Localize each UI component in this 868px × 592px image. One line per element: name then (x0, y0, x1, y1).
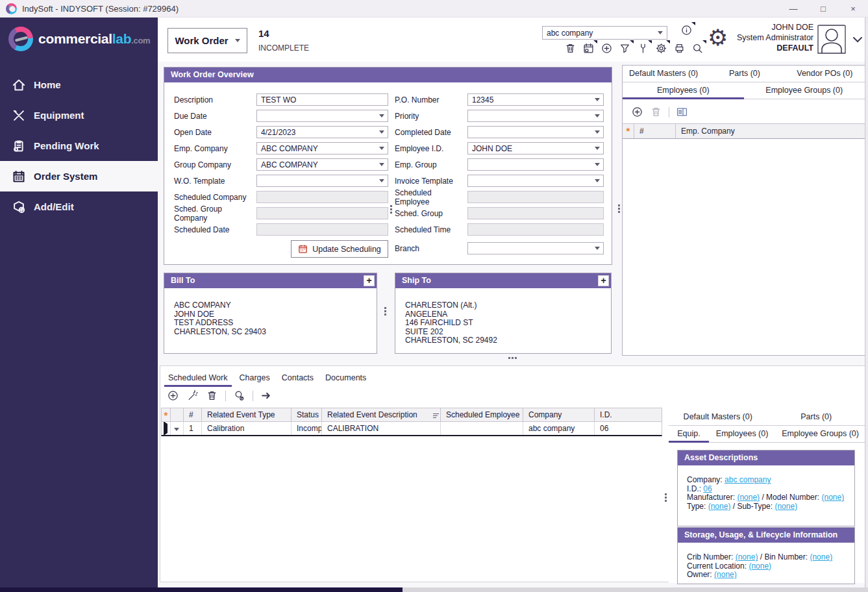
sidebar-item-pending-work[interactable]: Pending Work (0, 130, 158, 161)
field-label-priority: Priority (395, 112, 467, 121)
description-input[interactable]: TEST WO (256, 93, 388, 106)
column-header-scheduled-employee[interactable]: Scheduled Employee (441, 408, 523, 421)
sidebar-item-order-system[interactable]: Order System (0, 161, 158, 191)
sidebar-item-label: Add/Edit (34, 201, 74, 212)
branch-combo[interactable] (467, 242, 604, 254)
update-scheduling-button[interactable]: Update Scheduling (291, 240, 388, 258)
tab-parts[interactable]: Parts (0) (767, 409, 866, 425)
dropdown-arrow-icon (595, 130, 600, 134)
crib-number-link[interactable]: (none) (736, 552, 758, 561)
field-label-wo-template: W.O. Template (174, 177, 256, 186)
tab-default-masters[interactable]: Default Masters (0) (623, 66, 704, 82)
model-number-link[interactable]: (none) (821, 493, 844, 502)
calendar-icon[interactable] (582, 42, 595, 55)
tab-documents[interactable]: Documents (321, 370, 370, 386)
field-label-completed-date: Completed Date (395, 128, 467, 137)
row-expander[interactable] (171, 422, 184, 435)
info-icon[interactable] (680, 24, 693, 36)
tab-default-masters[interactable]: Default Masters (0) (669, 409, 767, 425)
table-row[interactable]: 1 Calibration Incomple CALIBRATION abc c… (161, 422, 662, 436)
filter-icon[interactable] (619, 42, 631, 55)
print-icon[interactable] (673, 42, 686, 55)
horizontal-splitter-handle[interactable] (508, 357, 510, 359)
search-icon[interactable] (691, 42, 704, 55)
tab-equip[interactable]: Equip. (669, 426, 709, 442)
add-ship-to-button[interactable]: + (598, 275, 609, 286)
column-header-number[interactable]: # (634, 124, 676, 138)
chevron-down-icon (235, 39, 240, 42)
add-bill-to-button[interactable]: + (364, 275, 375, 286)
invoice-template-combo[interactable] (467, 175, 604, 187)
emp-company-combo[interactable]: ABC COMPANY (256, 142, 388, 154)
tab-scheduled-work[interactable]: Scheduled Work (164, 370, 232, 386)
id-link[interactable]: 06 (703, 484, 712, 493)
wo-template-combo[interactable] (256, 175, 388, 187)
field-label-due-date: Due Date (174, 112, 256, 121)
due-date-combo[interactable] (256, 110, 388, 122)
field-label-description: Description (174, 95, 256, 105)
priority-combo[interactable] (467, 110, 604, 122)
group-company-combo[interactable]: ABC COMPANY (256, 158, 388, 171)
column-header-company[interactable]: Company (523, 408, 595, 421)
gear-icon[interactable]: ⚙ (708, 25, 728, 51)
card-view-icon[interactable] (676, 106, 688, 118)
column-header-status[interactable]: Status (291, 408, 322, 421)
column-header-related-event-type[interactable]: Related Event Type (202, 408, 291, 421)
address-splitter-handle[interactable] (384, 307, 386, 309)
edit-wand-icon[interactable] (186, 389, 199, 402)
delete-icon[interactable] (206, 389, 218, 402)
open-date-combo[interactable]: 4/21/2023 (256, 126, 388, 138)
record-type-dropdown[interactable]: Work Order (167, 28, 247, 53)
dropdown-arrow-icon (595, 179, 600, 182)
emp-group-combo[interactable] (467, 158, 604, 171)
wrench-icon[interactable] (637, 42, 649, 55)
owner-link[interactable]: (none) (714, 570, 737, 579)
current-location-link[interactable]: (none) (749, 561, 771, 571)
sidebar-item-home[interactable]: Home (0, 69, 158, 100)
delete-icon[interactable] (650, 106, 662, 118)
close-button[interactable]: × (838, 0, 868, 18)
column-header-number[interactable]: # (184, 408, 202, 421)
tab-contacts[interactable]: Contacts (278, 370, 317, 386)
employee-id-combo[interactable]: JOHN DOE (467, 142, 604, 154)
type-link[interactable]: (none) (708, 502, 731, 511)
chevron-down-icon[interactable] (851, 33, 864, 46)
sub-type-link[interactable]: (none) (775, 502, 797, 511)
detail-splitter-handle[interactable] (665, 493, 667, 495)
column-header-id[interactable]: I.D. (595, 408, 662, 421)
bin-number-link[interactable]: (none) (810, 552, 832, 561)
home-icon (12, 79, 25, 92)
add-icon[interactable] (601, 42, 613, 55)
scheduled-date-field (256, 223, 388, 236)
delete-icon[interactable] (564, 42, 577, 55)
add-icon[interactable] (631, 106, 643, 118)
company-link[interactable]: abc company (725, 475, 771, 484)
minimize-button[interactable]: — (778, 0, 808, 18)
tab-employees[interactable]: Employees (0) (709, 426, 775, 442)
dropdown-arrow-icon (595, 98, 600, 101)
column-header-emp-company[interactable]: Emp. Company (676, 124, 865, 138)
tab-employee-groups[interactable]: Employee Groups (0) (744, 82, 865, 99)
tab-employee-groups[interactable]: Employee Groups (0) (775, 426, 865, 442)
add-icon[interactable] (167, 389, 179, 402)
tab-parts[interactable]: Parts (0) (704, 66, 784, 82)
column-header-related-event-description[interactable]: Related Event Description (322, 408, 441, 421)
po-number-combo[interactable]: 12345 (467, 93, 604, 106)
forward-arrow-icon[interactable] (260, 389, 273, 402)
column-splitter-handle[interactable] (390, 205, 392, 207)
avatar[interactable] (817, 24, 847, 55)
tab-vendor-pos[interactable]: Vendor POs (0) (785, 66, 865, 82)
completed-date-combo[interactable] (467, 126, 604, 138)
tab-charges[interactable]: Charges (236, 370, 274, 386)
panel-splitter-handle[interactable] (618, 204, 620, 206)
tab-employees[interactable]: Employees (0) (623, 82, 744, 99)
sort-ascending-icon (433, 412, 439, 418)
settings-icon[interactable] (655, 42, 667, 55)
search-records-icon[interactable] (233, 389, 245, 402)
maximize-button[interactable]: □ (808, 0, 838, 18)
ship-to-address: CHARLESTON (Alt.) ANGELENA 146 FAIRCHILD… (395, 288, 611, 345)
sidebar-item-add-edit[interactable]: Add/Edit (0, 191, 158, 222)
sidebar-item-equipment[interactable]: Equipment (0, 100, 158, 130)
company-filter-combo[interactable]: abc company (542, 26, 667, 40)
manufacturer-link[interactable]: (none) (737, 493, 760, 502)
